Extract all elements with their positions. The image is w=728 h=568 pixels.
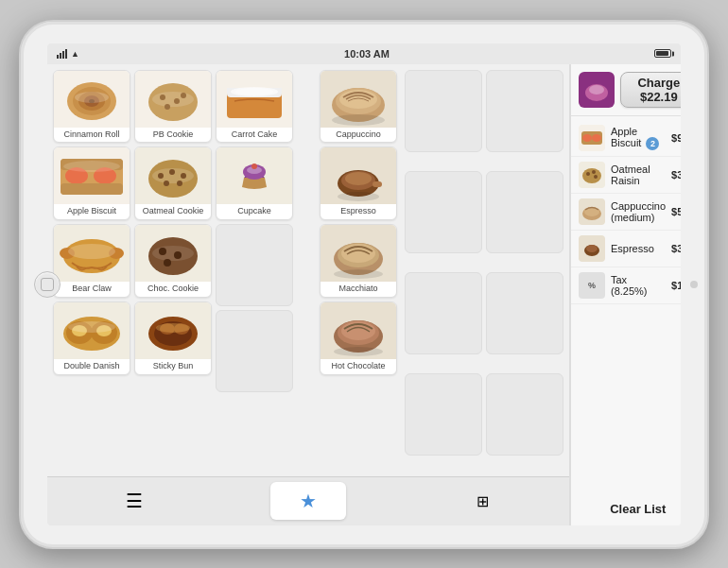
cappuccino-label: Cappuccino [334,128,383,143]
carrot-cake-label: Carrot Cake [230,128,280,143]
screen: ▲ 10:03 AM [47,43,681,525]
svg-point-86 [589,85,604,95]
order-items: Apple Biscuit 2 $9.00 [571,116,681,492]
bakery-column-2: PB Cookie [134,70,212,471]
menu-item-cinnamon-roll[interactable]: Cinnamon Roll [53,70,130,144]
battery-icon [654,49,671,58]
gap-column [297,70,312,471]
menu-item-hot-chocolate[interactable]: Hot Chocolate [320,301,397,375]
tab-grid-view[interactable]: ⊞ [444,482,520,520]
clear-list-button[interactable]: Clear List [571,492,681,525]
svg-point-6 [75,92,109,103]
cappuccino-price: $5.00 [671,206,681,217]
choc-cookie-label: Choc. Cookie [146,282,200,297]
cappuccino-img [320,71,397,128]
svg-point-62 [251,164,257,169]
double-danish-label: Double Danish [61,359,121,374]
charge-button[interactable]: Charge $22.19 [620,72,681,108]
svg-point-90 [592,134,601,142]
home-button[interactable] [34,271,61,298]
svg-point-31 [165,104,170,110]
tab-list-view[interactable]: ☰ [96,482,172,520]
order-item-cappuccino[interactable]: Cappuccino (medium) $5.00 [571,194,681,231]
svg-point-83 [334,347,383,356]
oatmeal-cookie-img [134,147,212,204]
grid-view-icon: ⊞ [477,492,489,510]
hot-chocolate-label: Hot Chocolate [329,359,387,374]
grid-area: Cinnamon Roll [47,64,569,476]
espresso-price: $3.50 [671,243,681,254]
empty-cell-1 [216,224,293,306]
charge-section: Charge $22.19 [571,64,681,116]
svg-point-36 [158,173,164,179]
cinnamon-roll-img [53,71,130,128]
svg-point-101 [586,245,598,252]
menu-item-choc-cookie[interactable]: Choc. Cookie [134,224,212,298]
charge-thumb [579,72,615,108]
empty-columns [405,70,563,471]
status-bar: ▲ 10:03 AM [47,43,681,64]
espresso-img [320,147,397,204]
empty-cell-4 [486,70,563,152]
svg-point-18 [68,244,115,259]
macchiato-img [320,225,397,282]
menu-item-macchiato[interactable]: Macchiato [320,224,397,298]
right-panel: Charge $22.19 [570,64,681,525]
svg-point-78 [334,269,383,279]
menu-item-double-danish[interactable]: Double Danish [53,301,130,375]
bakery-column-1: Cinnamon Roll [53,70,130,471]
cappuccino-order-name: Cappuccino (medium) [611,200,666,223]
svg-point-95 [594,175,598,179]
svg-point-46 [164,259,171,267]
menu-item-espresso[interactable]: Espresso [320,146,397,220]
tab-favorites[interactable]: ★ [270,482,346,520]
menu-item-pb-cookie[interactable]: PB Cookie [134,70,212,144]
menu-item-oatmeal-cookie[interactable]: Oatmeal Cookie [134,146,212,220]
oatmeal-raisin-price: $3.00 [671,169,681,181]
order-item-apple-biscuit[interactable]: Apple Biscuit 2 $9.00 [571,120,681,157]
charge-thumb-img [579,72,615,108]
bakery-column-3: Carrot Cake [216,70,293,471]
empty-cell-8 [486,272,563,354]
apple-biscuit-badge: 2 [646,137,659,150]
menu-item-cupcake[interactable]: Cupcake [216,146,293,220]
order-item-oatmeal-raisin[interactable]: Oatmeal Raisin $3.00 [571,157,681,194]
svg-rect-12 [61,183,123,195]
empty-cell-3 [405,70,482,152]
bear-claw-img [53,225,130,282]
tax-name: Tax (8.25%) [611,274,666,297]
apple-biscuit-order-name: Apple Biscuit 2 [611,126,666,150]
left-panel: Cinnamon Roll [47,64,570,525]
svg-point-30 [174,98,180,104]
svg-point-28 [152,92,194,107]
empty-cell-5 [405,171,482,253]
menu-item-sticky-bun[interactable]: Sticky Bun [134,301,212,375]
svg-point-43 [152,246,194,261]
home-button-inner [41,278,54,291]
espresso-order-name: Espresso [611,243,666,254]
svg-point-67 [332,114,385,126]
svg-point-58 [235,88,273,95]
carrot-cake-img [216,71,293,128]
menu-item-bear-claw[interactable]: Bear Claw [53,224,130,298]
svg-rect-73 [373,181,382,187]
svg-point-52 [156,323,190,333]
svg-point-40 [177,181,182,186]
empty-cell-10 [486,373,563,456]
empty-cell-6 [486,171,563,253]
list-view-icon: ☰ [126,490,143,512]
menu-item-carrot-cake[interactable]: Carrot Cake [216,70,293,144]
menu-item-apple-biscuit[interactable]: Apple Biscuit [53,146,130,220]
hot-chocolate-img [320,302,397,359]
svg-point-13 [63,161,120,172]
svg-point-25 [68,321,115,333]
order-item-espresso[interactable]: Espresso $3.50 [571,231,681,267]
cupcake-img [216,147,293,204]
main-content: Cinnamon Roll [47,64,681,525]
svg-point-89 [582,134,592,142]
svg-point-38 [181,173,186,179]
oatmeal-raisin-order-name: Oatmeal Raisin [611,164,666,186]
right-dot [690,281,698,288]
menu-item-cappuccino[interactable]: Cappuccino [320,70,397,144]
apple-biscuit-price: $9.00 [671,132,681,144]
